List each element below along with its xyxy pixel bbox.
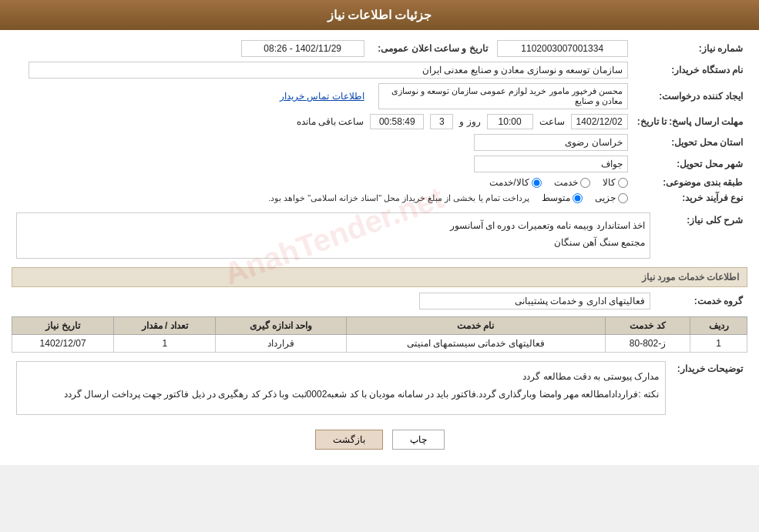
noeFarayand-group: جزیی متوسط پرداخت تمام یا بخشی از مبلغ خ… <box>16 192 628 203</box>
col-tarikh: تاریخ نیاز <box>12 317 114 335</box>
mohlat-label: مهلت ارسال پاسخ: تا تاریخ: <box>633 112 747 132</box>
grouhKhedmat-label: گروه خدمت: <box>655 290 747 312</box>
sharhKolli-label: شرح کلی نیاز: <box>655 210 747 261</box>
namDastgah-value: سازمان توسعه و نوسازی معادن و صنایع معدن… <box>29 62 628 79</box>
btn-row: چاپ بازگشت <box>12 430 747 450</box>
motevaset-label: متوسط <box>542 192 570 203</box>
col-tedad: تعداد / مقدار <box>114 317 216 335</box>
ostan-label: استان محل تحویل: <box>633 132 747 153</box>
noeFarayand-label: نوع فرآیند خرید: <box>633 190 747 206</box>
col-radif: ردیف <box>690 317 747 335</box>
shahr-value: جواف <box>474 156 628 172</box>
saat-mande-label: ساعت باقی مانده <box>297 116 364 127</box>
page-title: جزئیات اطلاعات نیاز <box>327 8 432 22</box>
shahr-label: شهر محل تحویل: <box>633 153 747 175</box>
tarikh-pasakh: 1402/12/02 <box>571 114 628 129</box>
col-vahed: واحد اندازه گیری <box>216 317 346 335</box>
ettelaatTamas-link[interactable]: اطلاعات تماس خریدار <box>280 91 364 102</box>
khedmat-label: خدمت <box>554 177 578 188</box>
tabaqe-group: کالا خدمت کالا/خدمت <box>16 177 628 188</box>
col-kod: کد خدمت <box>605 317 690 335</box>
page-header: جزئیات اطلاعات نیاز <box>0 0 759 30</box>
services-table: ردیف کد خدمت نام خدمت واحد اندازه گیری ت… <box>12 316 747 353</box>
print-button[interactable]: چاپ <box>392 430 445 450</box>
tarikhElan-value: 1402/11/29 - 08:26 <box>241 40 364 57</box>
col-nam: نام خدمت <box>346 317 605 335</box>
jozii-label: جزیی <box>595 192 616 203</box>
sharhKolli-value: اخذ استاندارد وبیمه نامه وتعمیرات دوره ا… <box>16 212 650 259</box>
ostan-value: خراسان رضوی <box>474 134 628 151</box>
khadamat-section-header: اطلاعات خدمات مورد نیاز <box>12 267 747 287</box>
ijadKonande-value: محسن فرخپور مامور خرید لوازم عمومی سازما… <box>378 83 627 109</box>
noeFarayand-desc: پرداخت تمام یا بخشی از مبلغ خریداز محل "… <box>268 193 529 203</box>
rooz-label: روز و <box>459 116 480 127</box>
radio-jozii[interactable]: جزیی <box>595 192 628 203</box>
ijadKonande-label: ایجاد کننده درخواست: <box>633 81 747 112</box>
saat-mande-value: 00:58:49 <box>370 114 424 129</box>
tozihat-value: مدارک پیوستی به دقت مطالعه گردد نکته :فر… <box>16 361 666 415</box>
radio-kala[interactable]: کالا <box>603 177 628 188</box>
rooz-mande: 3 <box>430 114 453 129</box>
saat-label: ساعت <box>539 116 565 127</box>
saat-pasakh: 10:00 <box>487 114 533 129</box>
tarikhElan-label: تاریخ و ساعت اعلان عمومی: <box>369 38 492 59</box>
radio-motevaset[interactable]: متوسط <box>542 192 583 203</box>
grouhKhedmat-value: فعالیتهای اداری و خدمات پشتیبانی <box>419 293 650 309</box>
shomareNiaz-value: 1102003007001334 <box>497 40 628 57</box>
radio-khedmat[interactable]: خدمت <box>554 177 590 188</box>
kala-label: کالا <box>603 177 616 188</box>
radio-kalaKhedmat[interactable]: کالا/خدمت <box>489 177 541 188</box>
table-row: 1ز-802-80فعالیتهای خدماتی سیستمهای امنیت… <box>12 335 747 353</box>
back-button[interactable]: بازگشت <box>315 430 383 450</box>
shomareNiaz-label: شماره نیاز: <box>633 38 747 59</box>
kalaKhedmat-label: کالا/خدمت <box>489 177 529 188</box>
tozihat-label: توضیحات خریدار: <box>670 359 747 417</box>
tabaqe-label: طبقه بندی موضوعی: <box>633 175 747 190</box>
namDastgah-label: نام دستگاه خریدار: <box>633 59 747 81</box>
